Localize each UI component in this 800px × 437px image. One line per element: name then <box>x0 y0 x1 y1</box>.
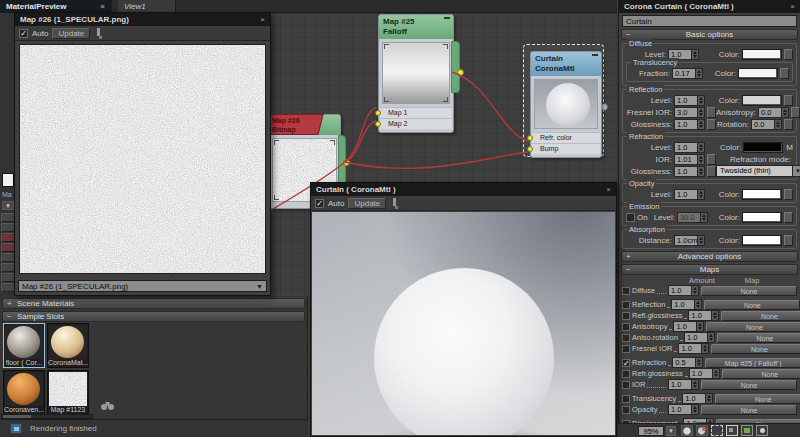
map-slot-button[interactable]: None <box>722 369 800 379</box>
map-amount-spinner[interactable]: 0.5 <box>672 357 703 368</box>
emission-level-spinner[interactable]: 30.0 <box>677 212 708 223</box>
absorption-color-map-button[interactable] <box>784 235 793 246</box>
left-panel-button[interactable] <box>1 283 15 292</box>
translucency-color-map-button[interactable] <box>780 68 789 79</box>
reflection-level-spinner[interactable]: 1.0 <box>674 95 705 106</box>
update-button[interactable]: Update <box>348 198 386 209</box>
reflection-color-swatch[interactable] <box>742 95 782 106</box>
translucency-color-swatch[interactable] <box>738 68 778 79</box>
chevron-down-icon[interactable]: ▼ <box>2 201 14 210</box>
material-name-field[interactable]: Curtain <box>622 15 797 27</box>
fresnel-ior-map-button[interactable] <box>707 107 716 118</box>
reflection-glossiness-map-button[interactable] <box>707 119 716 130</box>
zoom-level-field[interactable]: 95% <box>638 426 664 436</box>
opacity-color-map-button[interactable] <box>784 189 793 200</box>
fresnel-ior-spinner[interactable]: 3.0 <box>674 107 705 118</box>
left-panel-button[interactable] <box>1 233 15 242</box>
opacity-color-swatch[interactable] <box>742 189 782 200</box>
emission-on-checkbox[interactable] <box>626 213 635 222</box>
translucency-fraction-spinner[interactable]: 0.17 <box>672 68 703 79</box>
map-enable-checkbox[interactable] <box>622 406 630 414</box>
zoom-region-icon[interactable] <box>726 425 738 436</box>
output-socket[interactable] <box>343 159 350 166</box>
absorption-distance-spinner[interactable]: 1.0cm <box>674 235 705 246</box>
reflection-color-map-button[interactable] <box>784 95 793 106</box>
node-header[interactable]: Curtain CoronaMtl <box>531 52 601 76</box>
sample-slot[interactable]: Coronaven... <box>3 370 45 415</box>
minimize-icon[interactable] <box>592 54 598 56</box>
update-button[interactable]: Update <box>52 28 90 39</box>
map-enable-checkbox[interactable] <box>622 287 630 295</box>
minimize-icon[interactable] <box>444 17 450 19</box>
node-coronamtl[interactable]: Curtain CoronaMtl Refr. colorBump <box>530 51 602 158</box>
map-amount-spinner[interactable]: 1.0 <box>682 393 713 404</box>
refraction-glossiness-map-button[interactable] <box>707 166 716 177</box>
map-enable-checkbox[interactable] <box>622 301 630 309</box>
map-enable-checkbox[interactable] <box>622 312 630 320</box>
diffuse-color-swatch[interactable] <box>742 49 782 60</box>
rotation-spinner[interactable]: 0.0 <box>751 119 782 130</box>
anisotropy-map-button[interactable] <box>791 107 800 118</box>
map-amount-spinner[interactable]: 1.0 <box>668 404 699 415</box>
diffuse-color-map-button[interactable] <box>784 49 793 60</box>
sample-slot[interactable]: Map #1123 <box>47 370 89 415</box>
map-slot-button[interactable]: None <box>721 311 800 321</box>
map-amount-spinner[interactable]: 1.0 <box>668 285 699 296</box>
map-enable-checkbox[interactable] <box>622 395 630 403</box>
map-slot-button[interactable]: None <box>701 286 797 296</box>
scene-materials-rollout[interactable]: + Scene Materials <box>2 298 305 309</box>
tab-material-preview[interactable]: MaterialPreview × <box>0 0 112 12</box>
map-amount-spinner[interactable]: 1.0 <box>678 343 709 354</box>
pin-icon[interactable] <box>390 198 399 209</box>
curtain-render-window[interactable]: Curtain ( CoronaMtl ) × ✓ Auto Update <box>310 182 617 437</box>
absorption-color-swatch[interactable] <box>742 235 782 246</box>
node-header[interactable]: Map #26 Bitmap <box>269 115 340 135</box>
close-tab-icon[interactable]: × <box>92 2 105 11</box>
map-slot-button[interactable]: None <box>704 300 800 310</box>
close-icon[interactable]: × <box>790 2 795 11</box>
material-input-slot[interactable]: Refr. color <box>532 132 600 143</box>
falloff-input-slot[interactable]: Map 1 <box>380 107 452 118</box>
maps-rollout[interactable]: −Maps <box>621 264 798 275</box>
refraction-mode-dropdown[interactable]: Twosided (thin)▼ <box>716 165 800 177</box>
map-slot-button[interactable]: Map #25 ( Falloff ) <box>705 358 800 368</box>
left-panel-button[interactable] <box>1 263 15 272</box>
map-slot-button[interactable]: None <box>706 322 800 332</box>
refraction-color-swatch[interactable] <box>743 142 783 153</box>
sample-slots-rollout[interactable]: − Sample Slots <box>2 311 305 322</box>
refraction-ior-spinner[interactable]: 1.01 <box>674 154 705 165</box>
falloff-input-slot[interactable]: Map 2 <box>380 118 452 129</box>
node-header[interactable]: Map #25 Falloff <box>379 15 453 39</box>
map-amount-spinner[interactable]: 1.0 <box>673 321 704 332</box>
input-socket[interactable] <box>375 110 381 116</box>
pan-icon[interactable] <box>681 425 693 436</box>
map-amount-spinner[interactable]: 1.0 <box>668 379 699 390</box>
zoom-dropdown-button[interactable]: ▼ <box>666 426 676 436</box>
left-panel-button[interactable] <box>1 213 15 222</box>
auto-checkbox[interactable]: ✓ <box>315 199 324 208</box>
panel-titlebar[interactable]: Corona Curtain ( CoronaMtl ) × <box>619 0 800 13</box>
sample-slot[interactable]: floor ( Cor... <box>3 323 45 368</box>
input-socket[interactable] <box>375 121 381 127</box>
zoom-extents-selected-icon[interactable] <box>756 425 768 436</box>
anisotropy-spinner[interactable]: 0.0 <box>758 107 789 118</box>
material-input-slot[interactable]: Bump <box>532 143 600 154</box>
node-falloff[interactable]: Map #25 Falloff Map 1Map 2 <box>378 14 454 133</box>
refraction-glossiness-spinner[interactable]: 1.0 <box>674 166 705 177</box>
map-enable-checkbox[interactable] <box>622 334 630 342</box>
window-titlebar[interactable]: Curtain ( CoronaMtl ) × <box>311 183 616 196</box>
left-panel-button[interactable] <box>1 273 15 282</box>
map-enable-checkbox[interactable] <box>622 323 630 331</box>
auto-checkbox[interactable]: ✓ <box>19 29 28 38</box>
zoom-extents-icon[interactable] <box>741 425 753 436</box>
map-amount-spinner[interactable]: 1.0 <box>684 332 715 343</box>
left-panel-button[interactable] <box>1 253 15 262</box>
map-amount-spinner[interactable]: 1.0 <box>689 368 720 379</box>
pin-icon[interactable] <box>94 28 103 39</box>
map-slot-button[interactable]: None <box>715 394 800 404</box>
output-socket[interactable] <box>457 69 464 76</box>
map-enable-checkbox[interactable] <box>622 370 630 378</box>
rotation-map-button[interactable] <box>784 119 793 130</box>
map-slot-button[interactable]: None <box>701 380 797 390</box>
window-titlebar[interactable]: Map #26 (1_SPECULAR.png) × <box>15 13 270 26</box>
